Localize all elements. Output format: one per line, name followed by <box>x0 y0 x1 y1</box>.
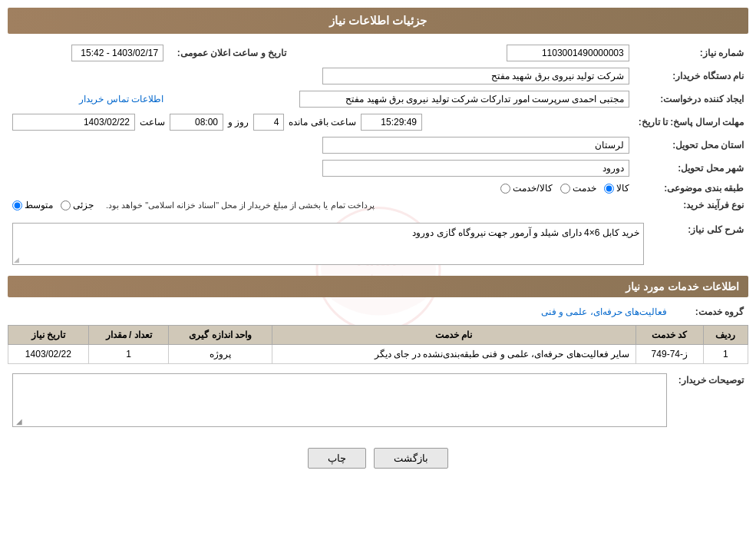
ijad-konande-value: مجتبی احمدی سرپرست امور تدارکات شرکت تول… <box>168 88 634 111</box>
shomare-niaz-label: شماره نیاز: <box>634 41 748 65</box>
sharh-box: خرید کابل 6×4 دارای شیلد و آرمور جهت نیر… <box>12 223 644 265</box>
tabaqe-khadamat-option[interactable]: خدمت <box>560 183 596 194</box>
mohlat-label: مهلت ارسال پاسخ: تا تاریخ: <box>634 111 748 134</box>
cell-radif: 1 <box>703 345 748 364</box>
tabaqe-khadamat-label: خدمت <box>573 183 596 194</box>
nam-dastgah-value: شرکت تولید نیروی برق شهید مفتح <box>8 65 634 88</box>
mohlat-roz-box: 4 <box>253 114 284 131</box>
shahr-box: دورود <box>322 160 629 177</box>
tabaqe-kala-khadamat-radio[interactable] <box>500 184 510 194</box>
noe-farayand-motevaset-label: متوسط <box>25 200 53 210</box>
mohlat-baqi-label: ساعت باقی مانده <box>289 117 356 128</box>
noe-farayand-motevaset-radio[interactable] <box>12 200 22 210</box>
back-button[interactable]: بازگشت <box>374 448 448 469</box>
ijad-konande-label: ایجاد کننده درخواست: <box>634 88 748 111</box>
tabaqe-kala-khadamat-label: کالا/خدمت <box>513 183 552 194</box>
noe-farayand-label: نوع فرآیند خرید: <box>634 197 748 214</box>
noe-farayand-jozi-option[interactable]: جزئی <box>61 200 94 210</box>
ostan-box: لرستان <box>322 137 629 154</box>
tabaqe-kala-radio[interactable] <box>604 184 614 194</box>
tabaqe-kala-option[interactable]: کالا <box>604 183 629 194</box>
shahr-label: شهر محل تحویل: <box>634 157 748 180</box>
noe-farayand-jozi-radio[interactable] <box>61 200 71 210</box>
col-tarikh: تاریخ نیاز <box>8 326 89 345</box>
sharh-text: خرید کابل 6×4 دارای شیلد و آرمور جهت نیر… <box>412 227 639 238</box>
noe-farayand-note: پرداخت تمام یا بخشی از مبلغ خریدار از مح… <box>106 200 375 210</box>
col-vahed: واحد اندازه گیری <box>169 326 272 345</box>
tabaqe-kala-khadamat-option[interactable]: کالا/خدمت <box>500 183 552 194</box>
grouh-label: گروه خدمت: <box>672 303 748 320</box>
tarikh-aelan-value: 1403/02/17 - 15:42 <box>8 41 168 65</box>
nam-dastgah-box: شرکت تولید نیروی برق شهید مفتح <box>322 68 629 84</box>
tarikh-aelan-label: تاریخ و ساعت اعلان عمومی: <box>168 41 291 65</box>
services-table: ردیف کد خدمت نام خدمت واحد اندازه گیری ت… <box>8 325 748 364</box>
noe-farayand-jozi-label: جزئی <box>73 200 94 210</box>
ostan-label: استان محل تحویل: <box>634 134 748 157</box>
shomare-niaz-box: 1103001490000003 <box>507 45 629 61</box>
toseih-box[interactable]: ◢ <box>12 373 667 427</box>
ijad-konande-box: مجتبی احمدی سرپرست امور تدارکات شرکت تول… <box>299 91 629 108</box>
mohlat-saat-box: 08:00 <box>170 114 223 131</box>
table-row: 1 ز-74-749 سایر فعالیت‌های حرفه‌ای، علمی… <box>8 345 748 364</box>
mohlat-date-box: 1403/02/22 <box>12 114 135 131</box>
tarikh-aelan-box: 1403/02/17 - 15:42 <box>71 45 163 61</box>
sharh-label: شرح کلی نیاز: <box>649 220 748 270</box>
col-kod: کد خدمت <box>636 326 704 345</box>
nam-dastgah-label: نام دستگاه خریدار: <box>634 65 748 88</box>
cell-nam: سایر فعالیت‌های حرفه‌ای، علمی و فنی طبقه… <box>272 345 636 364</box>
khadamat-header: اطلاعات خدمات مورد نیاز <box>8 276 748 297</box>
etelaat-tamas-link[interactable]: اطلاعات تماس خریدار <box>79 94 163 104</box>
resize-handle: ◢ <box>14 256 19 263</box>
cell-tedad: 1 <box>88 345 169 364</box>
noe-farayand-motevaset-option[interactable]: متوسط <box>12 200 53 210</box>
shomare-niaz-value: 1103001490000003 <box>291 41 634 65</box>
tabaqe-kala-label: کالا <box>616 183 629 194</box>
toseih-label: توصیحات خریدار: <box>672 370 748 430</box>
cell-vahed: پروژه <box>169 345 272 364</box>
mohlat-saat-label: ساعت <box>140 117 165 128</box>
mohlat-baqi-value: 15:29:49 <box>361 114 422 131</box>
resize-icon: ◢ <box>15 417 22 425</box>
tabaqe-label: طبقه بندی موضوعی: <box>634 180 748 197</box>
tabaqe-khadamat-radio[interactable] <box>560 184 570 194</box>
grouh-value-link[interactable]: فعالیت‌های حرفه‌ای، علمی و فنی <box>541 306 667 317</box>
mohlat-roz-label: روز و <box>228 117 249 128</box>
cell-tarikh: 1403/02/22 <box>8 345 89 364</box>
cell-kod: ز-74-749 <box>636 345 704 364</box>
page-title: جزئیات اطلاعات نیاز <box>8 8 748 34</box>
print-button[interactable]: چاپ <box>308 448 366 469</box>
col-radif: ردیف <box>703 326 748 345</box>
col-nam: نام خدمت <box>272 326 636 345</box>
col-tedad: تعداد / مقدار <box>88 326 169 345</box>
footer-buttons: بازگشت چاپ <box>8 436 748 480</box>
